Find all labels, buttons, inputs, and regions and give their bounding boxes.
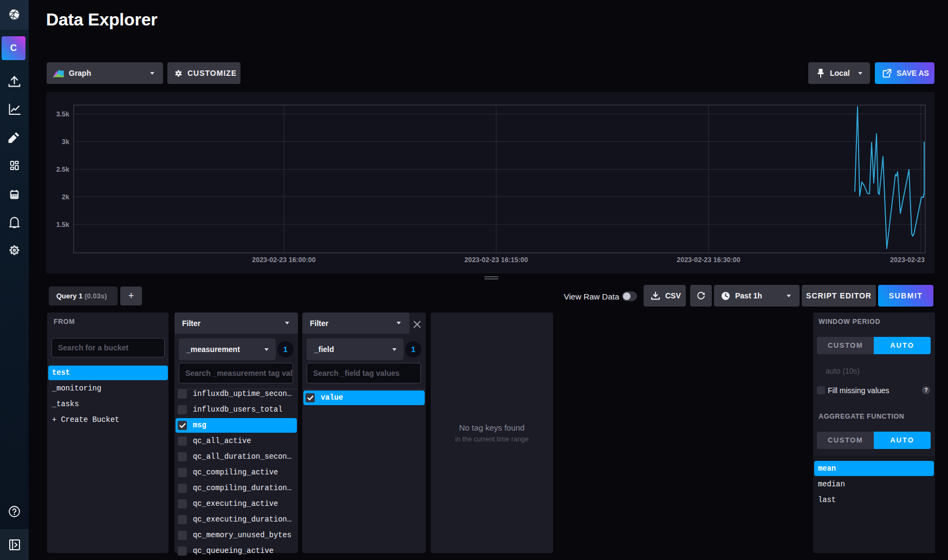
svg-text:2.5k: 2.5k — [56, 166, 69, 173]
svg-text:3.5k: 3.5k — [56, 110, 69, 118]
svg-text:2k: 2k — [62, 193, 69, 201]
svg-text:2023-02-23: 2023-02-23 — [890, 256, 925, 264]
svg-text:2023-02-23 16:30:00: 2023-02-23 16:30:00 — [677, 256, 740, 264]
svg-text:3k: 3k — [62, 138, 69, 146]
svg-text:2023-02-23 16:15:00: 2023-02-23 16:15:00 — [464, 256, 528, 264]
svg-text:1.5k: 1.5k — [56, 221, 69, 229]
svg-text:2023-02-23 16:00:00: 2023-02-23 16:00:00 — [252, 256, 315, 264]
